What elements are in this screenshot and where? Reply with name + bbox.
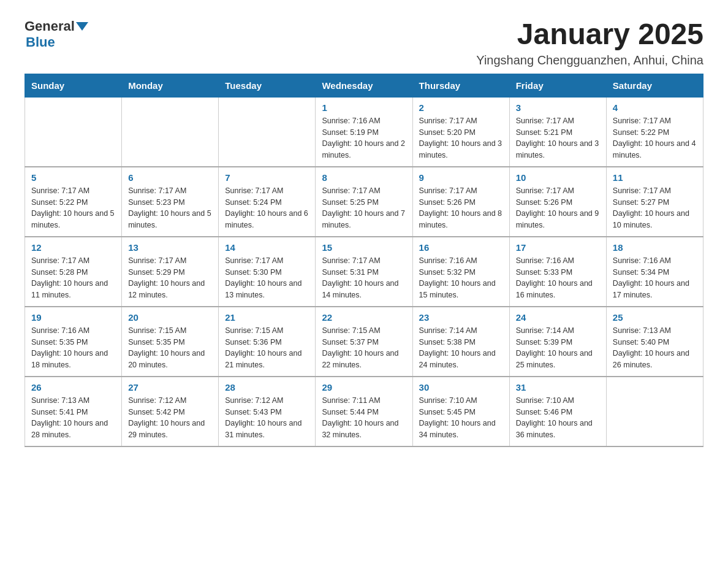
day-info: Sunrise: 7:17 AM Sunset: 5:21 PM Dayligh… (516, 115, 600, 161)
day-info: Sunrise: 7:17 AM Sunset: 5:22 PM Dayligh… (613, 115, 697, 161)
calendar-day-header: Tuesday (219, 74, 316, 97)
day-info: Sunrise: 7:15 AM Sunset: 5:37 PM Dayligh… (322, 325, 406, 371)
calendar-cell: 28Sunrise: 7:12 AM Sunset: 5:43 PM Dayli… (219, 377, 316, 446)
day-number: 22 (322, 312, 406, 323)
calendar-cell: 20Sunrise: 7:15 AM Sunset: 5:35 PM Dayli… (122, 307, 219, 377)
day-number: 21 (225, 312, 309, 323)
day-info: Sunrise: 7:17 AM Sunset: 5:27 PM Dayligh… (613, 185, 697, 231)
calendar-cell: 22Sunrise: 7:15 AM Sunset: 5:37 PM Dayli… (316, 307, 412, 377)
day-info: Sunrise: 7:17 AM Sunset: 5:26 PM Dayligh… (419, 185, 503, 231)
calendar-cell: 15Sunrise: 7:17 AM Sunset: 5:31 PM Dayli… (316, 237, 412, 307)
day-info: Sunrise: 7:17 AM Sunset: 5:29 PM Dayligh… (128, 255, 212, 301)
day-number: 15 (322, 242, 406, 253)
day-number: 7 (225, 172, 309, 183)
day-number: 27 (128, 382, 212, 393)
calendar-cell: 17Sunrise: 7:16 AM Sunset: 5:33 PM Dayli… (509, 237, 606, 307)
day-number: 9 (419, 172, 503, 183)
day-info: Sunrise: 7:15 AM Sunset: 5:36 PM Dayligh… (225, 325, 309, 371)
day-number: 24 (516, 312, 600, 323)
calendar-cell: 29Sunrise: 7:11 AM Sunset: 5:44 PM Dayli… (316, 377, 412, 446)
calendar-cell: 21Sunrise: 7:15 AM Sunset: 5:36 PM Dayli… (219, 307, 316, 377)
logo-blue-text: Blue (26, 34, 55, 50)
calendar-week-row: 1Sunrise: 7:16 AM Sunset: 5:19 PM Daylig… (25, 97, 703, 167)
day-info: Sunrise: 7:13 AM Sunset: 5:40 PM Dayligh… (613, 325, 697, 371)
day-number: 23 (419, 312, 503, 323)
day-info: Sunrise: 7:15 AM Sunset: 5:35 PM Dayligh… (128, 325, 212, 371)
day-info: Sunrise: 7:16 AM Sunset: 5:34 PM Dayligh… (613, 255, 697, 301)
day-number: 31 (516, 382, 600, 393)
calendar-day-header: Saturday (606, 74, 703, 97)
calendar-day-header: Friday (509, 74, 606, 97)
day-number: 17 (516, 242, 600, 253)
calendar-cell: 14Sunrise: 7:17 AM Sunset: 5:30 PM Dayli… (219, 237, 316, 307)
day-info: Sunrise: 7:13 AM Sunset: 5:41 PM Dayligh… (31, 395, 115, 441)
day-info: Sunrise: 7:16 AM Sunset: 5:32 PM Dayligh… (419, 255, 503, 301)
day-info: Sunrise: 7:17 AM Sunset: 5:28 PM Dayligh… (31, 255, 115, 301)
day-number: 13 (128, 242, 212, 253)
calendar-day-header: Sunday (25, 74, 122, 97)
calendar-cell: 4Sunrise: 7:17 AM Sunset: 5:22 PM Daylig… (606, 97, 703, 167)
calendar-day-header: Thursday (412, 74, 509, 97)
day-info: Sunrise: 7:10 AM Sunset: 5:45 PM Dayligh… (419, 395, 503, 441)
calendar-cell: 2Sunrise: 7:17 AM Sunset: 5:20 PM Daylig… (412, 97, 509, 167)
calendar-week-row: 19Sunrise: 7:16 AM Sunset: 5:35 PM Dayli… (25, 307, 703, 377)
calendar-cell: 13Sunrise: 7:17 AM Sunset: 5:29 PM Dayli… (122, 237, 219, 307)
calendar-cell: 12Sunrise: 7:17 AM Sunset: 5:28 PM Dayli… (25, 237, 122, 307)
day-number: 16 (419, 242, 503, 253)
day-number: 30 (419, 382, 503, 393)
day-info: Sunrise: 7:14 AM Sunset: 5:39 PM Dayligh… (516, 325, 600, 371)
calendar-cell: 19Sunrise: 7:16 AM Sunset: 5:35 PM Dayli… (25, 307, 122, 377)
calendar-header-row: SundayMondayTuesdayWednesdayThursdayFrid… (25, 74, 703, 97)
calendar-cell: 30Sunrise: 7:10 AM Sunset: 5:45 PM Dayli… (412, 377, 509, 446)
day-info: Sunrise: 7:11 AM Sunset: 5:44 PM Dayligh… (322, 395, 406, 441)
day-number: 5 (31, 172, 115, 183)
calendar-cell: 23Sunrise: 7:14 AM Sunset: 5:38 PM Dayli… (412, 307, 509, 377)
calendar-cell: 6Sunrise: 7:17 AM Sunset: 5:23 PM Daylig… (122, 167, 219, 237)
calendar-cell: 25Sunrise: 7:13 AM Sunset: 5:40 PM Dayli… (606, 307, 703, 377)
day-number: 28 (225, 382, 309, 393)
calendar-cell: 10Sunrise: 7:17 AM Sunset: 5:26 PM Dayli… (509, 167, 606, 237)
day-info: Sunrise: 7:17 AM Sunset: 5:25 PM Dayligh… (322, 185, 406, 231)
calendar-week-row: 12Sunrise: 7:17 AM Sunset: 5:28 PM Dayli… (25, 237, 703, 307)
calendar-cell: 27Sunrise: 7:12 AM Sunset: 5:42 PM Dayli… (122, 377, 219, 446)
day-info: Sunrise: 7:17 AM Sunset: 5:31 PM Dayligh… (322, 255, 406, 301)
month-title: January 2025 (476, 18, 703, 51)
day-info: Sunrise: 7:17 AM Sunset: 5:23 PM Dayligh… (128, 185, 212, 231)
day-number: 29 (322, 382, 406, 393)
calendar-cell: 7Sunrise: 7:17 AM Sunset: 5:24 PM Daylig… (219, 167, 316, 237)
page-header: General Blue January 2025 Yingshang Chen… (25, 18, 703, 67)
day-info: Sunrise: 7:17 AM Sunset: 5:22 PM Dayligh… (31, 185, 115, 231)
calendar-cell: 5Sunrise: 7:17 AM Sunset: 5:22 PM Daylig… (25, 167, 122, 237)
calendar-cell: 31Sunrise: 7:10 AM Sunset: 5:46 PM Dayli… (509, 377, 606, 446)
day-number: 10 (516, 172, 600, 183)
calendar-cell (25, 97, 122, 167)
day-info: Sunrise: 7:14 AM Sunset: 5:38 PM Dayligh… (419, 325, 503, 371)
day-info: Sunrise: 7:17 AM Sunset: 5:30 PM Dayligh… (225, 255, 309, 301)
calendar-cell: 16Sunrise: 7:16 AM Sunset: 5:32 PM Dayli… (412, 237, 509, 307)
logo-general-text: General (25, 18, 75, 34)
day-info: Sunrise: 7:16 AM Sunset: 5:35 PM Dayligh… (31, 325, 115, 371)
day-info: Sunrise: 7:17 AM Sunset: 5:20 PM Dayligh… (419, 115, 503, 161)
calendar-cell (122, 97, 219, 167)
day-number: 18 (613, 242, 697, 253)
calendar-cell: 24Sunrise: 7:14 AM Sunset: 5:39 PM Dayli… (509, 307, 606, 377)
calendar-cell: 26Sunrise: 7:13 AM Sunset: 5:41 PM Dayli… (25, 377, 122, 446)
logo: General Blue (25, 18, 88, 50)
calendar-cell (606, 377, 703, 446)
day-number: 6 (128, 172, 212, 183)
day-number: 4 (613, 102, 697, 113)
day-info: Sunrise: 7:16 AM Sunset: 5:33 PM Dayligh… (516, 255, 600, 301)
day-info: Sunrise: 7:17 AM Sunset: 5:24 PM Dayligh… (225, 185, 309, 231)
calendar-table: SundayMondayTuesdayWednesdayThursdayFrid… (25, 74, 703, 447)
day-number: 3 (516, 102, 600, 113)
calendar-cell: 8Sunrise: 7:17 AM Sunset: 5:25 PM Daylig… (316, 167, 412, 237)
calendar-week-row: 5Sunrise: 7:17 AM Sunset: 5:22 PM Daylig… (25, 167, 703, 237)
title-area: January 2025 Yingshang Chengguanzhen, An… (476, 18, 703, 67)
calendar-cell (219, 97, 316, 167)
day-number: 11 (613, 172, 697, 183)
day-number: 20 (128, 312, 212, 323)
day-number: 2 (419, 102, 503, 113)
day-number: 12 (31, 242, 115, 253)
day-info: Sunrise: 7:12 AM Sunset: 5:42 PM Dayligh… (128, 395, 212, 441)
calendar-cell: 1Sunrise: 7:16 AM Sunset: 5:19 PM Daylig… (316, 97, 412, 167)
